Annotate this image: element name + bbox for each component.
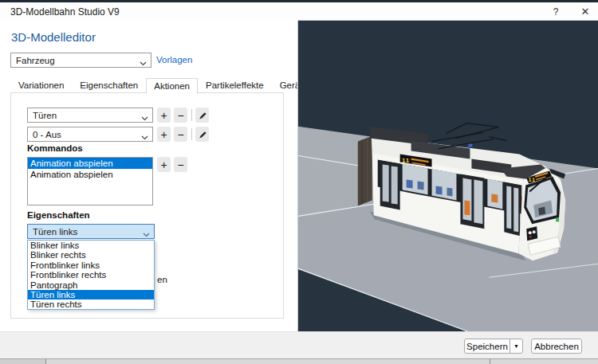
divider [191, 128, 192, 140]
dropdown-option[interactable]: Frontblinker links [28, 260, 154, 270]
actions-tab-panel: Türen + − 0 - Aus + − Kommandos Animatio… [10, 92, 284, 319]
action-edit-button[interactable] [195, 108, 209, 123]
dropdown-option-selected[interactable]: Türen links [28, 290, 154, 299]
command-add-button[interactable]: + [157, 157, 171, 172]
dialog-body: 3D-Modelleditor Fahrzeug Vorlagen Variat… [0, 20, 598, 331]
chevron-down-icon [143, 229, 150, 239]
close-icon[interactable]: ✕ [577, 5, 593, 19]
chevron-down-icon [140, 58, 147, 68]
edit-pencil-icon [198, 111, 207, 119]
page-title: 3D-Modelleditor [11, 30, 96, 44]
property-select-value: Türen links [33, 227, 77, 237]
save-menu-arrow-icon[interactable]: ▼ [509, 339, 523, 354]
save-button[interactable]: Speichern [464, 339, 510, 354]
dropdown-option[interactable]: Türen rechts [28, 299, 154, 309]
action-add-button[interactable]: + [157, 108, 171, 123]
tab-strip: Variationen Eigenschaften Aktionen Parti… [10, 78, 332, 93]
action-select[interactable]: Türen [27, 108, 153, 123]
action-remove-button[interactable]: − [174, 108, 187, 123]
tab-partikeleffekte[interactable]: Partikeleffekte [198, 78, 272, 93]
commands-label: Kommandos [27, 143, 83, 153]
properties-label: Eigenschaften [27, 210, 90, 220]
dropdown-option[interactable]: Blinker rechts [28, 250, 154, 260]
tab-eigenschaften[interactable]: Eigenschaften [72, 78, 146, 93]
chevron-down-icon [141, 113, 148, 123]
command-remove-button[interactable]: − [174, 157, 187, 172]
strip-segment [0, 359, 45, 364]
commands-listbox[interactable]: Animation abspielen Animation abspielen [27, 157, 153, 205]
state-select[interactable]: 0 - Aus [27, 127, 153, 142]
tab-variationen[interactable]: Variationen [10, 78, 72, 93]
state-edit-button[interactable] [195, 127, 209, 142]
3d-viewport[interactable]: 11 11 [297, 20, 598, 331]
svg-text:11: 11 [528, 177, 536, 183]
list-item[interactable]: Animation abspielen [28, 169, 152, 180]
tram-rear [358, 136, 372, 206]
chevron-down-icon [141, 132, 148, 142]
property-dropdown-list: Blinker links Blinker rechts Frontblinke… [27, 240, 155, 310]
divider [490, 359, 490, 364]
obscured-text-fragment: en [157, 275, 167, 284]
list-item[interactable]: Animation abspielen [28, 158, 152, 169]
state-add-button[interactable]: + [157, 127, 171, 142]
state-remove-button[interactable]: − [174, 127, 187, 142]
action-select-value: Türen [33, 111, 57, 120]
property-select[interactable]: Türen links [27, 224, 155, 239]
divider [45, 359, 46, 364]
state-select-value: 0 - Aus [33, 130, 61, 139]
dropdown-option[interactable]: Frontblinker rechts [28, 270, 154, 280]
cancel-button[interactable]: Abbrechen [531, 339, 582, 354]
window-title: 3D-Modellbahn Studio V9 [10, 6, 120, 18]
dropdown-option[interactable]: Pantograph [28, 280, 154, 290]
templates-link[interactable]: Vorlagen [156, 55, 192, 65]
title-bar: 3D-Modellbahn Studio V9 ? ✕ [0, 2, 598, 21]
model-type-select[interactable]: Fahrzeug [10, 53, 151, 68]
svg-text:11: 11 [402, 158, 410, 164]
tab-aktionen[interactable]: Aktionen [146, 78, 198, 94]
dropdown-option[interactable]: Blinker links [28, 241, 154, 250]
model-type-value: Fahrzeug [16, 56, 55, 65]
background-status-strip [0, 358, 598, 364]
dialog-footer: Speichern ▼ Abbrechen [0, 331, 598, 358]
edit-pencil-icon [198, 130, 207, 139]
help-icon[interactable]: ? [549, 6, 563, 18]
divider [191, 109, 192, 121]
